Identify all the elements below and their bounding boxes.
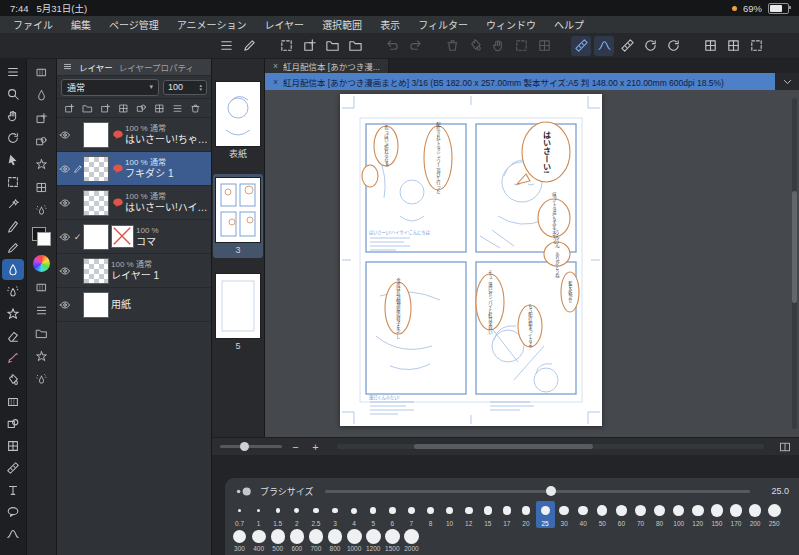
navigator-icon[interactable]	[779, 441, 791, 453]
layer-thumbnail[interactable]	[83, 224, 109, 250]
layer-thumbnail[interactable]	[83, 258, 109, 284]
palette-layout-icon[interactable]	[723, 36, 743, 56]
layer-row[interactable]: ✓100 %コマ	[57, 220, 211, 254]
brush-size-500[interactable]: 500	[268, 528, 287, 553]
pencil-tool[interactable]	[2, 237, 24, 258]
opacity-field[interactable]: 100 ▴▾	[163, 80, 207, 95]
brush-size-70[interactable]: 70	[631, 501, 650, 528]
frame-cmd-icon[interactable]	[154, 103, 165, 114]
brush-size-4[interactable]: 4	[345, 501, 364, 528]
rotate-tool[interactable]	[2, 127, 24, 148]
layer-row[interactable]: 100 % 通常はいさーい!ハイサイ!	[57, 186, 211, 220]
sub-layers-icon[interactable]	[31, 108, 53, 128]
slider-knob[interactable]	[240, 442, 249, 451]
sub-gradient-icon[interactable]	[31, 62, 53, 82]
fullscreen-icon[interactable]	[746, 36, 766, 56]
pen-tool[interactable]	[2, 215, 24, 236]
selection-launcher-icon[interactable]	[276, 36, 296, 56]
color-slider-icon[interactable]	[31, 300, 53, 320]
workspace-icon[interactable]	[700, 36, 720, 56]
gradient-tool[interactable]	[2, 391, 24, 412]
horizontal-scrollbar[interactable]	[337, 444, 764, 449]
menu-item[interactable]: フィルター	[409, 17, 477, 32]
brush-size-300[interactable]: 300	[230, 528, 249, 553]
sub-drop-icon[interactable]	[31, 85, 53, 105]
brush-size-15[interactable]: 15	[478, 501, 497, 528]
auto-select-tool[interactable]	[2, 193, 24, 214]
zoom-in-button[interactable]: +	[309, 440, 322, 453]
sub-dots-icon[interactable]	[31, 369, 53, 389]
layer-thumbnail[interactable]	[83, 190, 109, 216]
brush-size-700[interactable]: 700	[306, 528, 325, 553]
page-thumbnail[interactable]	[216, 178, 260, 242]
brush-size-800[interactable]: 800	[325, 528, 344, 553]
brush-size-30[interactable]: 30	[555, 501, 574, 528]
document-tab-background[interactable]: × 紅月配信本 [あかつき漫...	[265, 58, 389, 73]
correct-line-tool[interactable]	[2, 523, 24, 544]
canvas-page[interactable]: はいさーい! 色っぽい?照れるなぁ 配信されてる?シャワー浴びて行った 味ってる…	[340, 94, 602, 426]
layer-row[interactable]: 100 % 通常レイヤー 1	[57, 254, 211, 288]
hand-tool[interactable]	[2, 105, 24, 126]
menu-item[interactable]: ページ管理	[100, 17, 168, 32]
brush-size-120[interactable]: 120	[688, 501, 707, 528]
background-color[interactable]	[37, 232, 51, 246]
tab-list-chevron-icon[interactable]	[775, 73, 799, 90]
color-mix-tool[interactable]	[2, 347, 24, 368]
brush-size-12[interactable]: 12	[459, 501, 478, 528]
color-wheel-icon[interactable]	[33, 255, 50, 272]
snap-ruler-icon[interactable]	[571, 36, 591, 56]
color-history-icon[interactable]	[31, 323, 53, 343]
active-document-tab[interactable]: × 紅月配信本 [あかつき漫画まとめ] 3/16 (B5 182.00 x 25…	[265, 73, 775, 90]
brush-size-60[interactable]: 60	[612, 501, 631, 528]
menu-item[interactable]: 表示	[371, 17, 409, 32]
brush-size-2.5[interactable]: 2.5	[306, 501, 325, 528]
eraser-tool[interactable]	[2, 325, 24, 346]
brush-size-25[interactable]: 25	[536, 501, 555, 528]
menu-item[interactable]: ウィンドウ	[477, 17, 545, 32]
brush-size-10[interactable]: 10	[440, 501, 459, 528]
layer-visibility-eye-icon[interactable]	[57, 231, 72, 243]
airbrush-tool[interactable]	[2, 281, 24, 302]
tool-menu-tool[interactable]	[2, 61, 24, 82]
brush-size-6[interactable]: 6	[383, 501, 402, 528]
menu-item[interactable]: アニメーション	[168, 17, 256, 32]
sub-soft-icon[interactable]	[31, 200, 53, 220]
subtool-detail-icon[interactable]	[239, 36, 259, 56]
slider-knob[interactable]	[546, 486, 556, 496]
layer-row[interactable]: 100 % 通常はいさーい!ちゃんと訳っ	[57, 118, 211, 152]
sub-leaf-icon[interactable]	[31, 154, 53, 174]
thumbnail-zoom-slider[interactable]	[220, 445, 282, 448]
layer-visibility-eye-icon[interactable]	[57, 129, 72, 141]
brush-size-40[interactable]: 40	[574, 501, 593, 528]
ruler-tool[interactable]	[2, 457, 24, 478]
brush-size-slider[interactable]	[325, 490, 750, 493]
brush-size-1.5[interactable]: 1.5	[268, 501, 287, 528]
layer-panel-menu-icon[interactable]	[62, 61, 73, 72]
page-thumbnail-item[interactable]: 5	[213, 270, 263, 354]
new-folder-icon[interactable]	[82, 103, 93, 114]
brush-size-7[interactable]: 7	[402, 501, 421, 528]
brush-size-170[interactable]: 170	[726, 501, 745, 528]
sub-cube-icon[interactable]	[31, 131, 53, 151]
brush-size-2000[interactable]: 2000	[402, 528, 421, 553]
brush-size-3[interactable]: 3	[325, 501, 344, 528]
mask-icon[interactable]	[136, 103, 147, 114]
page-thumbnail-item[interactable]: 表紙	[213, 78, 263, 162]
layer-thumbnail[interactable]	[83, 122, 109, 148]
brush-size-0.7[interactable]: 0.7	[230, 501, 249, 528]
brush-size-400[interactable]: 400	[249, 528, 268, 553]
trash-icon[interactable]	[190, 103, 201, 114]
save-icon[interactable]	[345, 36, 365, 56]
brush-size-1000[interactable]: 1000	[345, 528, 364, 553]
sub-square-icon[interactable]	[31, 177, 53, 197]
new-layer-icon[interactable]	[64, 103, 75, 114]
page-thumbnail[interactable]	[216, 274, 260, 338]
layer-thumbnail[interactable]	[83, 292, 109, 318]
fill-tool[interactable]	[2, 369, 24, 390]
flip-view-icon[interactable]	[640, 36, 660, 56]
layer-row[interactable]: 100 % 通常フキダシ 1	[57, 152, 211, 186]
page-thumbnail[interactable]	[216, 82, 260, 146]
menu-item[interactable]: レイヤー	[255, 17, 313, 32]
palette-menu-icon[interactable]	[216, 36, 236, 56]
tab-close-icon[interactable]: ×	[273, 61, 278, 71]
